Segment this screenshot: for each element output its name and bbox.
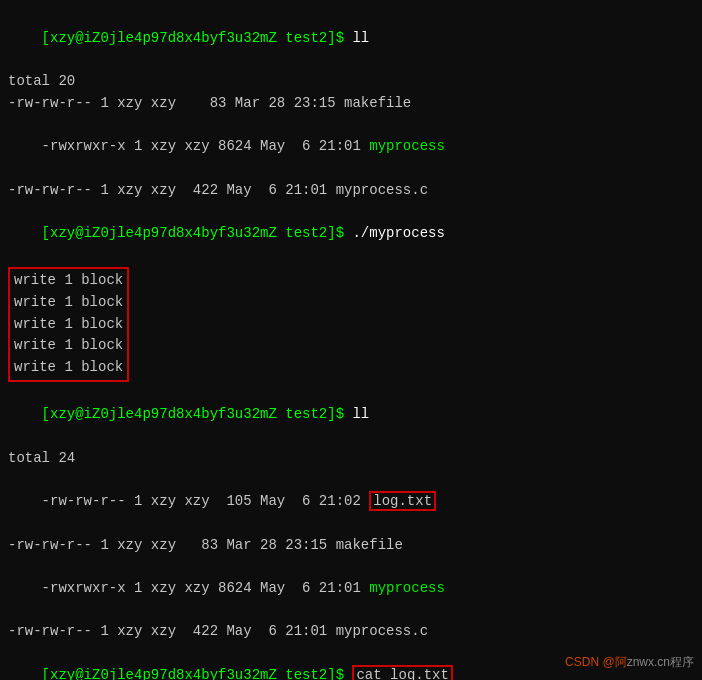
terminal-line: -rw-rw-r-- 1 xzy xzy 83 Mar 28 23:15 mak…	[8, 93, 694, 115]
write-line-1: write 1 block	[14, 270, 123, 292]
file-perms: -rw-rw-r-- 1 xzy xzy 105 May 6 21:02	[42, 493, 370, 509]
terminal-line: [xzy@iZ0jle4p97d8x4byf3u32mZ test2]$ ll	[8, 6, 694, 71]
terminal-line: [xzy@iZ0jle4p97d8x4byf3u32mZ test2]$ ll	[8, 383, 694, 448]
command: ll	[344, 406, 369, 422]
command: ll	[344, 30, 369, 46]
write-block-box: write 1 block write 1 block write 1 bloc…	[8, 267, 129, 381]
terminal-line: -rwxrwxr-x 1 xzy xzy 8624 May 6 21:01 my…	[8, 556, 694, 621]
terminal-line: total 24	[8, 448, 694, 470]
terminal-line: -rw-rw-r-- 1 xzy xzy 83 Mar 28 23:15 mak…	[8, 535, 694, 557]
watermark-csdn: CSDN @	[565, 655, 615, 669]
prompt: [xzy@iZ0jle4p97d8x4byf3u32mZ test2]$	[42, 406, 344, 422]
terminal: [xzy@iZ0jle4p97d8x4byf3u32mZ test2]$ ll …	[8, 6, 694, 680]
executable-filename: myprocess	[369, 580, 445, 596]
terminal-line: -rw-rw-r-- 1 xzy xzy 422 May 6 21:01 myp…	[8, 621, 694, 643]
prompt: [xzy@iZ0jle4p97d8x4byf3u32mZ test2]$	[42, 667, 344, 680]
watermark-site1: 阿	[615, 655, 627, 669]
terminal-line: -rw-rw-r-- 1 xzy xzy 105 May 6 21:02 log…	[8, 469, 694, 534]
write-line-5: write 1 block	[14, 357, 123, 379]
command: ./myprocess	[344, 225, 445, 241]
file-perms: -rwxrwxr-x 1 xzy xzy 8624 May 6 21:01	[42, 138, 370, 154]
prompt: [xzy@iZ0jle4p97d8x4byf3u32mZ test2]$	[42, 225, 344, 241]
file-perms: -rwxrwxr-x 1 xzy xzy 8624 May 6 21:01	[42, 580, 370, 596]
write-line-4: write 1 block	[14, 335, 123, 357]
watermark: CSDN @阿znwx.cn程序	[565, 653, 694, 672]
write-line-3: write 1 block	[14, 314, 123, 336]
terminal-line: total 20	[8, 71, 694, 93]
prompt: [xzy@iZ0jle4p97d8x4byf3u32mZ test2]$	[42, 30, 344, 46]
watermark-suffix: 程序	[670, 655, 694, 669]
cat-cmd-boxed: cat log.txt	[352, 665, 452, 680]
executable-filename: myprocess	[369, 138, 445, 154]
watermark-site2: znwx.cn	[627, 655, 670, 669]
terminal-line: -rwxrwxr-x 1 xzy xzy 8624 May 6 21:01 my…	[8, 114, 694, 179]
log-txt-boxed: log.txt	[369, 491, 436, 511]
terminal-line: -rw-rw-r-- 1 xzy xzy 422 May 6 21:01 myp…	[8, 180, 694, 202]
write-line-2: write 1 block	[14, 292, 123, 314]
terminal-line: [xzy@iZ0jle4p97d8x4byf3u32mZ test2]$ ./m…	[8, 201, 694, 266]
